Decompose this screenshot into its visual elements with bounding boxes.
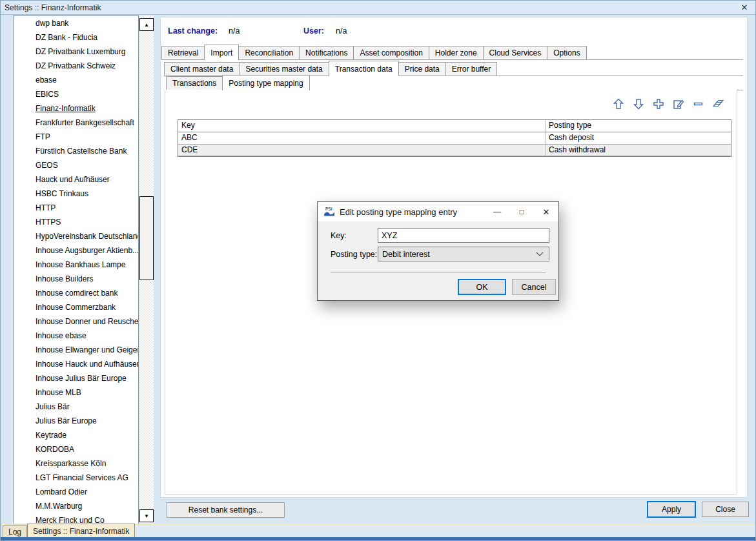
tab-level1[interactable]: Retrieval: [161, 46, 205, 59]
bank-list-item[interactable]: HSBC Trinkaus: [14, 187, 138, 201]
remove-icon[interactable]: [692, 97, 705, 110]
tab-level1[interactable]: Notifications: [299, 46, 354, 59]
dialog-titlebar: PSI Edit posting type mapping entry — □ …: [318, 202, 558, 221]
table-row[interactable]: CDE Cash withdrawal: [178, 144, 731, 156]
copy-icon[interactable]: [712, 97, 725, 110]
tab-level2[interactable]: Error buffer: [445, 62, 497, 76]
tab-level2[interactable]: Transaction data: [329, 61, 399, 76]
info-row: Last change: n/a User: n/a: [161, 26, 747, 37]
tab-level2[interactable]: Client master data: [164, 62, 240, 76]
tab-level1[interactable]: Cloud Services: [483, 46, 548, 59]
tab-settings-finanz-informatik[interactable]: Settings :: Finanz-Informatik: [27, 524, 135, 537]
scroll-up-icon[interactable]: ▲: [139, 18, 154, 31]
bank-list-item[interactable]: Lombard Odier: [14, 485, 138, 499]
apply-button[interactable]: Apply: [647, 501, 696, 518]
bank-list-item[interactable]: dwp bank: [14, 16, 138, 30]
bank-list-item[interactable]: KORDOBA: [14, 442, 138, 456]
bank-list: dwp bank DZ Bank - Fiducia DZ Privatbank…: [13, 15, 139, 525]
dialog-minimize-icon[interactable]: —: [485, 202, 509, 221]
close-button[interactable]: Close: [702, 502, 749, 517]
tab-level1[interactable]: Holder zone: [429, 46, 484, 59]
tab-log[interactable]: Log: [3, 526, 27, 537]
bank-list-item[interactable]: Inhouse Builders: [14, 272, 138, 286]
bank-list-item[interactable]: Finanz-Informatik: [14, 101, 138, 116]
move-up-icon[interactable]: [612, 97, 625, 110]
posting-type-mapping-table: Key Posting type ABC Cash deposit CDE Ca…: [178, 119, 731, 157]
bank-list-item[interactable]: DZ Privatbank Luxemburg: [14, 45, 138, 59]
column-header-posting-type[interactable]: Posting type: [545, 120, 731, 132]
tab-level2[interactable]: Securities master data: [239, 62, 329, 76]
bank-list-item[interactable]: Fürstlich Castellsche Bank: [14, 144, 138, 158]
bank-list-item[interactable]: HypoVereinsbank Deutschland: [14, 229, 138, 243]
bank-list-item[interactable]: DZ Privatbank Schweiz: [14, 59, 138, 73]
column-header-key[interactable]: Key: [178, 120, 545, 132]
posting-type-selected-value: Debit interest: [382, 250, 430, 259]
scrollbar-thumb[interactable]: [139, 196, 154, 280]
bank-list-item[interactable]: Inhouse comdirect bank: [14, 286, 138, 300]
dialog-close-icon[interactable]: ✕: [534, 202, 558, 221]
key-label: Key:: [331, 231, 347, 240]
bank-list-item[interactable]: Hauck und Aufhäuser: [14, 172, 138, 187]
tab-level1[interactable]: Asset composition: [353, 46, 429, 59]
bottom-tabbar: Log Settings :: Finanz-Informatik: [1, 524, 755, 540]
posting-type-dropdown[interactable]: Debit interest: [378, 247, 549, 261]
bank-list-item[interactable]: Inhouse Ellwanger und Geiger: [14, 343, 138, 357]
tabs-level1: RetrievalImportReconciliationNotificatio…: [161, 44, 743, 60]
bank-list-item[interactable]: Inhouse Hauck und Aufhäuser: [14, 357, 138, 371]
window-title: Settings :: Finanz-Informatik: [5, 3, 101, 12]
bank-list-item[interactable]: LGT Financial Services AG: [14, 471, 138, 485]
bank-list-item[interactable]: Inhouse Bankhaus Lampe: [14, 258, 138, 272]
chevron-down-icon: [536, 252, 544, 256]
tab-level1[interactable]: Options: [547, 46, 586, 59]
svg-text:PSI: PSI: [325, 207, 332, 211]
window-close-icon[interactable]: ✕: [737, 3, 751, 12]
tab-level3[interactable]: Transactions: [166, 76, 223, 90]
bank-list-scrollbar[interactable]: ▲ ▼: [139, 15, 154, 525]
bank-list-item[interactable]: Julius Bär Europe: [14, 414, 138, 428]
bank-list-item[interactable]: Inhouse Augsburger Aktienb...: [14, 243, 138, 258]
bank-list-item[interactable]: HTTPS: [14, 215, 138, 229]
key-input[interactable]: [378, 228, 549, 243]
bank-list-item[interactable]: HTTP: [14, 201, 138, 215]
last-change-label: Last change:: [168, 26, 218, 36]
tab-level3[interactable]: Posting type mapping: [222, 75, 309, 90]
bank-list-item[interactable]: GEOS: [14, 158, 138, 172]
scroll-down-icon[interactable]: ▼: [139, 509, 154, 522]
bank-list-item[interactable]: Julius Bär: [14, 400, 138, 414]
reset-bank-settings-button[interactable]: Reset bank settings...: [167, 502, 285, 518]
ok-button[interactable]: OK: [458, 279, 506, 295]
bank-list-item[interactable]: Keytrade: [14, 428, 138, 442]
table-row[interactable]: ABC Cash deposit: [178, 132, 731, 144]
bank-list-item[interactable]: Inhouse Donner und Reuschel: [14, 314, 138, 329]
bank-list-item[interactable]: FTP: [14, 130, 138, 144]
cancel-button[interactable]: Cancel: [512, 279, 556, 295]
dialog-body: Key: Posting type: Debit interest OK Can…: [318, 221, 558, 301]
edit-icon[interactable]: [672, 97, 685, 110]
bank-list-item[interactable]: Inhouse ebase: [14, 329, 138, 343]
tab-level2[interactable]: Price data: [398, 62, 446, 76]
move-down-icon[interactable]: [632, 97, 645, 110]
tab-level1[interactable]: Import: [204, 45, 239, 60]
bank-list-item[interactable]: Inhouse Julius Bär Europe: [14, 371, 138, 385]
window-titlebar: Settings :: Finanz-Informatik ✕: [1, 1, 755, 15]
tabs-level2: Client master dataSecurities master data…: [164, 61, 743, 76]
user-label: User:: [303, 26, 324, 36]
mapping-toolbar: [612, 97, 725, 110]
bank-list-item[interactable]: DZ Bank - Fiducia: [14, 30, 138, 45]
add-icon[interactable]: [652, 97, 665, 110]
user-value: n/a: [336, 26, 347, 36]
settings-window: Settings :: Finanz-Informatik ✕ dwp bank…: [0, 0, 756, 541]
bottom-blue-bar: [1, 537, 755, 540]
edit-posting-type-mapping-dialog: PSI Edit posting type mapping entry — □ …: [317, 201, 559, 301]
last-change-value: n/a: [229, 26, 240, 36]
tab-level1[interactable]: Reconciliation: [238, 46, 300, 59]
bank-list-item[interactable]: Inhouse MLB: [14, 385, 138, 400]
psi-app-icon: PSI: [323, 207, 335, 217]
bank-list-item[interactable]: Inhouse Commerzbank: [14, 300, 138, 314]
bank-list-item[interactable]: EBICS: [14, 87, 138, 101]
bank-list-item[interactable]: Kreissparkasse Köln: [14, 456, 138, 471]
dialog-maximize-icon[interactable]: □: [509, 202, 534, 221]
bank-list-item[interactable]: M.M.Warburg: [14, 499, 138, 513]
bank-list-item[interactable]: ebase: [14, 73, 138, 87]
bank-list-item[interactable]: Frankfurter Bankgesellschaft: [14, 116, 138, 130]
